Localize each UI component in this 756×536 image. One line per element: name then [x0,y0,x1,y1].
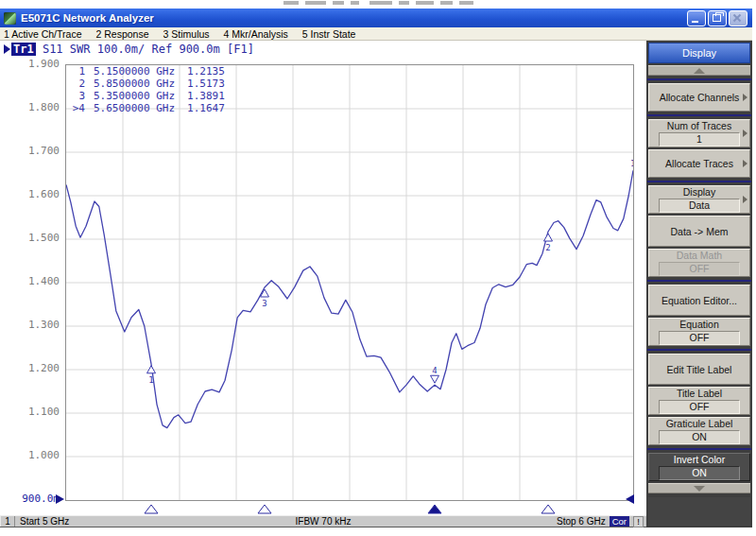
marker-freq: 5.1500000 GHz [94,65,175,78]
softkey-equation-editor[interactable]: Equation Editor... [648,285,750,316]
active-marker-symbol [431,375,439,383]
softkey-allocate-traces[interactable]: Allocate Traces [648,149,750,178]
marker-readout-row: 15.1500000 GHz1.2135 [69,65,225,78]
y-axis-tick-label: 900.0m [16,493,60,505]
y-axis-tick-label: 1.300 [16,319,60,331]
correction-status-badge: Cor [610,516,629,527]
softkey-label: Allocate Traces [655,158,744,169]
marker-stimulus-indicator [258,505,271,513]
status-bar: 1 IFBW 70 kHz Start 5 GHz Stop 6 GHz Cor… [0,515,646,527]
menu-instr-state[interactable]: 5 Instr State [302,28,356,40]
softkey-label: Equation Editor... [655,295,744,306]
menu-mkr-analysis[interactable]: 4 Mkr/Analysis [224,28,288,40]
softkey-value: 1 [659,132,740,147]
submenu-arrow-icon [743,160,747,167]
marker-freq: 5.6500000 GHz [94,102,175,114]
trace-format-text: S11 SWR 100.0m/ Ref 900.0m [F1] [36,43,254,56]
marker-number: 3 [262,299,266,308]
softkey-value: ON [659,430,740,444]
swr-chart: 11234 [66,65,633,500]
softkey-group-separator [647,280,751,282]
marker-number: 2 [545,243,550,252]
softkey-label: Title Label [655,388,744,399]
screen: E5071C Network Analyzer 1 Active Ch/Trac… [0,0,756,536]
menu-stimulus[interactable]: 3 Stimulus [163,28,210,40]
marker-stimulus-indicator [541,505,555,513]
menu-bar: 1 Active Ch/Trace 2 Response 3 Stimulus … [0,27,752,41]
marker-num: >4 [69,102,85,114]
ifbw-readout: IFBW 70 kHz [0,516,646,527]
active-trace-arrow-icon [4,44,10,54]
softkey-value: Data [659,199,740,213]
restore-button[interactable] [708,10,727,26]
marker-val: 1.5173 [187,78,225,90]
marker-val: 1.2135 [187,65,225,78]
marker-readout-table: 15.1500000 GHz1.213525.8500000 GHz1.5173… [69,65,225,114]
trace-number-label: 1 [630,158,633,168]
softkey-menu-filler [648,497,750,526]
reference-level-arrow-right-icon [626,494,634,504]
marker-position-strip [65,500,634,516]
softkey-group-separator [647,78,751,80]
marker-number: 4 [432,366,437,375]
submenu-arrow-icon [743,130,747,137]
softkey-title-label[interactable]: Title LabelOFF [648,387,750,415]
softkey-equation[interactable]: EquationOFF [648,318,750,346]
marker-readout-row: >45.6500000 GHz1.1647 [69,102,225,114]
stop-frequency-readout: Stop 6 GHz [557,516,606,527]
softkey-label: Edit Title Label [655,364,744,375]
restore-icon [713,14,721,22]
close-button[interactable] [729,10,747,26]
softkey-scroll-down[interactable] [648,483,750,493]
softkey-menu-title[interactable]: Display [648,43,750,63]
cropped-text-artifact [284,1,529,7]
marker-freq: 5.3500000 GHz [94,90,175,102]
softkey-label: Equation [655,319,744,330]
marker-val: 1.1647 [187,102,225,114]
softkey-label: Display [655,186,744,198]
softkey-graticule-label[interactable]: Graticule LabelON [648,417,750,445]
y-axis-tick-label: 1.000 [16,449,60,461]
marker-stimulus-indicator [145,505,158,513]
app-icon [4,12,16,25]
softkey-label: Data -> Mem [655,226,744,237]
softkey-label: Num of Traces [655,120,744,131]
softkey-data-mem[interactable]: Data -> Mem [648,216,750,247]
submenu-arrow-icon [743,94,747,101]
softkey-display[interactable]: DisplayData [648,185,750,214]
channel-window: Tr1 S11 SWR 100.0m/ Ref 900.0m [F1] 1.90… [0,41,646,527]
y-axis-tick-label: 1.800 [16,101,60,113]
menu-active-ch-trace[interactable]: 1 Active Ch/Trace [4,28,81,40]
title-bar: E5071C Network Analyzer [0,9,752,27]
softkey-label: Invert Color [655,454,744,465]
menu-response[interactable]: 2 Response [95,28,148,40]
y-axis-tick-label: 1.500 [16,232,60,244]
warning-indicator: ! [633,516,644,527]
y-axis-tick-label: 1.700 [16,145,60,157]
plot-area: 11234 [65,64,634,501]
scroll-down-icon [694,486,705,492]
softkey-invert-color[interactable]: Invert ColorON [648,453,750,481]
submenu-arrow-icon [743,196,747,203]
y-axis-tick-label: 1.400 [16,275,60,287]
softkey-value: OFF [659,331,740,345]
y-axis-tick-label: 1.900 [16,58,60,70]
y-axis-tick-label: 1.600 [16,188,60,200]
active-marker-stimulus-indicator [428,505,441,513]
marker-readout-row: 25.8500000 GHz1.5173 [69,78,225,90]
marker-num: 3 [69,90,85,102]
marker-freq: 5.8500000 GHz [94,78,175,90]
marker-symbol [544,233,553,241]
softkey-group-separator [647,181,751,182]
trace-name-chip[interactable]: Tr1 [11,43,36,56]
minimize-button[interactable] [687,10,706,26]
softkey-edit-title-label[interactable]: Edit Title Label [648,354,750,385]
softkey-num-of-traces[interactable]: Num of Traces1 [648,119,750,147]
softkey-scroll-up[interactable] [648,65,750,76]
marker-num: 2 [69,78,85,90]
softkey-allocate-channels[interactable]: Allocate Channels [648,83,750,112]
trace-status-line: Tr1 S11 SWR 100.0m/ Ref 900.0m [F1] [4,42,254,56]
softkey-menu: DisplayAllocate ChannelsNum of Traces1Al… [646,41,752,527]
softkey-data-math[interactable]: Data MathOFF [648,249,750,277]
softkey-value: ON [659,466,740,480]
